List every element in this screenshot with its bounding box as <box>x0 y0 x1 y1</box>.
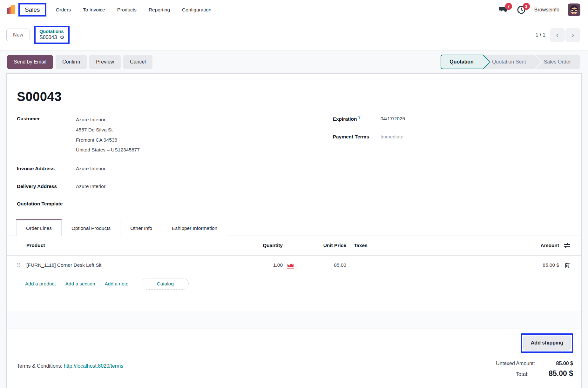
order-lines-actions: Add a product Add a section Add a note C… <box>7 275 581 293</box>
catalog-button[interactable]: Catalog <box>142 278 188 290</box>
breadcrumb-current-record: S00043 <box>39 35 57 40</box>
delivery-address-field-row: Delivery Address Azure Interior <box>17 182 333 191</box>
gear-icon[interactable]: ⚙ <box>60 34 64 40</box>
invoice-address-field-row: Invoice Address Azure Interior <box>17 164 333 173</box>
brand: Sales <box>6 3 46 17</box>
order-line-product[interactable]: [FURN_1118] Corner Desk Left Sit <box>24 262 245 268</box>
main-menu: Orders To Invoice Products Reporting Con… <box>56 7 212 13</box>
pager-previous-button[interactable]: ‹ <box>550 28 565 42</box>
annotation-box-add-shipping: Add shipping <box>521 333 573 353</box>
customer-label: Customer <box>17 115 76 155</box>
annotation-box-breadcrumb: Quotations S00043 ⚙ <box>34 26 70 44</box>
tab-eshipper-information[interactable]: Eshipper Information <box>162 219 227 236</box>
field-groups: Customer Azure Interior 4557 De Silva St… <box>7 104 581 217</box>
customer-address-line: United States – US12345677 <box>76 145 140 155</box>
empty-row <box>7 311 581 329</box>
pager-next-button[interactable]: › <box>565 28 580 42</box>
preview-button[interactable]: Preview <box>89 55 121 69</box>
terms-label: Terms & Conditions: <box>17 363 62 369</box>
customer-field-row: Customer Azure Interior 4557 De Silva St… <box>17 115 333 155</box>
activities-button[interactable]: 1 <box>517 6 526 14</box>
column-header-unit-price: Unit Price <box>299 243 346 248</box>
confirm-button[interactable]: Confirm <box>56 55 87 69</box>
status-step-quotation-sent[interactable]: Quotation Sent <box>483 55 535 69</box>
breadcrumb: S00043 ⚙ <box>39 34 64 40</box>
order-lines-header: Product Quantity Unit Price Taxes Amount <box>7 236 581 256</box>
chevron-right-icon: › <box>572 30 574 39</box>
total-row: Total: 85.00 $ <box>463 369 573 378</box>
optional-columns-button[interactable] <box>559 243 575 248</box>
menu-reporting[interactable]: Reporting <box>149 7 170 13</box>
avatar[interactable] <box>568 3 580 16</box>
control-panel: New Quotations S00043 ⚙ 1 / 1 ‹ › <box>0 20 588 50</box>
untaxed-amount-row: Untaxed Amount: 85.00 $ <box>463 361 573 366</box>
avatar-image-icon <box>568 3 580 16</box>
menu-configuration[interactable]: Configuration <box>182 7 211 13</box>
order-line-quantity[interactable]: 1.00 <box>245 262 283 268</box>
delivery-address-value[interactable]: Azure Interior <box>76 182 105 191</box>
empty-row <box>7 293 581 311</box>
order-line-row: ⠿ [FURN_1118] Corner Desk Left Sit 1.00 … <box>7 256 581 275</box>
order-line-amount: 85.00 $ <box>483 262 559 268</box>
menu-orders[interactable]: Orders <box>56 7 71 13</box>
column-header-quantity: Quantity <box>245 243 283 248</box>
add-a-note-link[interactable]: Add a note <box>105 281 128 287</box>
tab-order-lines[interactable]: Order Lines <box>16 219 62 236</box>
expiration-value[interactable]: 04/17/2025 <box>381 115 405 123</box>
customer-address-line: 4557 De Silva St <box>76 125 140 135</box>
status-step-sales-order[interactable]: Sales Order <box>535 55 580 69</box>
topbar-right: 7 1 Browseinfo <box>499 3 580 16</box>
customer-name-link[interactable]: Azure Interior <box>76 115 140 125</box>
pager-count: 1 / 1 <box>536 32 545 38</box>
user-menu[interactable]: Browseinfo <box>534 7 559 13</box>
odoo-sales-logo-icon[interactable] <box>6 5 16 15</box>
annotation-box-sales: Sales <box>18 3 46 17</box>
tab-other-info[interactable]: Other Info <box>120 219 162 236</box>
cancel-button[interactable]: Cancel <box>123 55 152 69</box>
total-label: Total: <box>516 371 529 378</box>
expiration-field-row: Expiration? 04/17/2025 <box>333 115 571 123</box>
terms-and-conditions: Terms & Conditions: http://localhost:802… <box>17 363 123 381</box>
drag-handle[interactable]: ⠿ <box>13 262 24 268</box>
app-name-sales[interactable]: Sales <box>25 6 40 13</box>
quotation-form-sheet: S00043 Customer Azure Interior 4557 De S… <box>6 73 582 388</box>
forecast-chart-icon <box>287 262 294 269</box>
column-header-product: Product <box>24 243 245 248</box>
send-by-email-button[interactable]: Send by Email <box>7 55 53 69</box>
status-step-quotation[interactable]: Quotation <box>441 55 483 69</box>
action-status-row: Send by Email Confirm Preview Cancel Quo… <box>0 50 588 73</box>
new-button[interactable]: New <box>6 29 30 41</box>
untaxed-amount-label: Untaxed Amount: <box>496 361 535 366</box>
invoice-address-value[interactable]: Azure Interior <box>76 164 105 173</box>
menu-to-invoice[interactable]: To Invoice <box>83 7 105 13</box>
statusbar: Quotation Quotation Sent Sales Order <box>441 55 580 69</box>
totals: Untaxed Amount: 85.00 $ Total: 85.00 $ <box>463 356 573 381</box>
delivery-address-label: Delivery Address <box>17 182 76 191</box>
add-a-section-link[interactable]: Add a section <box>65 281 95 287</box>
quotation-template-field-row: Quotation Template <box>17 200 333 208</box>
add-shipping-button[interactable]: Add shipping <box>523 336 571 351</box>
topbar: Sales Orders To Invoice Products Reporti… <box>0 0 588 20</box>
forecast-availability-button[interactable] <box>283 262 299 269</box>
chevron-left-icon: ‹ <box>556 30 559 39</box>
column-header-amount: Amount <box>483 243 559 248</box>
order-line-unit-price[interactable]: 85.00 <box>299 262 346 268</box>
messages-badge: 7 <box>505 3 512 10</box>
sliders-icon <box>564 243 570 248</box>
tab-optional-products[interactable]: Optional Products <box>62 219 120 236</box>
totals-block: Add shipping Untaxed Amount: 85.00 $ Tot… <box>463 333 573 381</box>
breadcrumb-quotations[interactable]: Quotations <box>39 29 64 34</box>
menu-products[interactable]: Products <box>117 7 137 13</box>
record-title[interactable]: S00043 <box>17 90 571 104</box>
untaxed-amount-value: 85.00 $ <box>535 361 573 366</box>
sheet-footer: Terms & Conditions: http://localhost:802… <box>7 329 581 381</box>
quotation-template-label: Quotation Template <box>17 200 76 208</box>
payment-terms-value[interactable]: Immediate <box>381 133 403 141</box>
terms-link[interactable]: http://localhost:8020/terms <box>64 363 124 369</box>
action-buttons: Send by Email Confirm Preview Cancel <box>7 55 152 69</box>
delete-line-button[interactable] <box>559 262 575 268</box>
messages-button[interactable]: 7 <box>499 6 508 14</box>
customer-address-line: Fremont CA 94538 <box>76 135 140 145</box>
activities-badge: 1 <box>523 3 530 10</box>
add-a-product-link[interactable]: Add a product <box>25 281 56 287</box>
